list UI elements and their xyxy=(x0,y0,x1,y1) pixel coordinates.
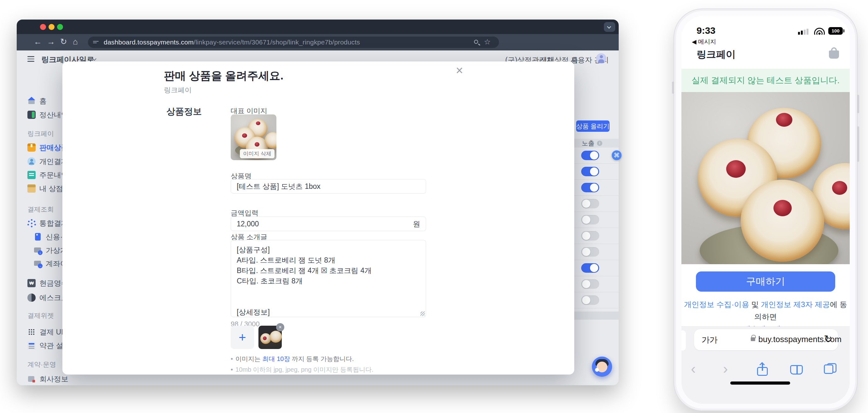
user-avatar[interactable] xyxy=(596,53,607,64)
close-window-button[interactable] xyxy=(40,24,46,30)
window-chevron-down-button[interactable] xyxy=(604,22,615,32)
exposure-toggle[interactable] xyxy=(581,247,599,257)
exposure-toggle-list xyxy=(574,148,619,308)
delete-image-button[interactable]: 이미지 삭제 xyxy=(240,149,275,158)
price-input[interactable]: 12,000 원 xyxy=(231,216,426,231)
exposure-toggle[interactable] xyxy=(581,215,599,225)
phone-page-title: 링크페이 xyxy=(696,48,736,61)
mute-switch xyxy=(672,82,674,94)
exposure-toggle[interactable] xyxy=(581,231,599,240)
previous-tab-peek xyxy=(681,330,686,351)
table-row xyxy=(574,276,619,292)
sidebar-item-my-store[interactable]: 내 상점 xyxy=(27,183,63,194)
volume-button xyxy=(857,126,859,162)
card-icon xyxy=(34,233,42,241)
toggle-knob xyxy=(590,183,598,192)
iphone-mockup: 9:33 ◀ 메시지 100 링크페이 실제 결제되지 않는 테스트 상품입니다… xyxy=(674,8,858,411)
escrow-icon xyxy=(27,294,36,302)
lock-icon xyxy=(751,337,755,341)
buy-button[interactable]: 구매하기 xyxy=(696,271,835,292)
exposure-toggle[interactable] xyxy=(581,199,599,208)
store-icon xyxy=(27,184,36,193)
sidebar: 홈 정산내역 링크페이 판매상품 개인결제창 주문내역 내 상점 결제조회 통합… xyxy=(17,67,65,385)
main-product-image[interactable]: 이미지 삭제 xyxy=(231,114,276,160)
currency-suffix: 원 xyxy=(413,219,420,229)
battery-icon: 100 xyxy=(828,27,843,35)
sidebar-section-contract-operation: 계약·운영 xyxy=(27,360,56,369)
help-chat-button[interactable] xyxy=(592,357,612,377)
product-photo xyxy=(681,92,850,264)
toggle-knob xyxy=(582,296,590,304)
payment-ui-icon xyxy=(27,328,36,336)
zoom-window-button[interactable] xyxy=(57,24,63,30)
address-bar[interactable]: dashboard.tosspayments.com/linkpay-servi… xyxy=(88,36,499,48)
table-row xyxy=(574,292,619,308)
integrated-payment-icon xyxy=(27,219,36,227)
exposure-toggle[interactable] xyxy=(581,279,599,289)
home-indicator[interactable] xyxy=(730,381,790,385)
url-text: dashboard.tosspayments.com/linkpay-servi… xyxy=(104,38,360,46)
tabs-icon[interactable] xyxy=(824,363,836,374)
site-info-icon[interactable] xyxy=(93,40,99,45)
sidebar-item-home[interactable]: 홈 xyxy=(27,96,46,106)
phone-screen: 9:33 ◀ 메시지 100 링크페이 실제 결제되지 않는 테스트 상품입니다… xyxy=(681,16,850,404)
remove-image-icon[interactable]: × xyxy=(276,323,284,331)
minimize-window-button[interactable] xyxy=(49,24,55,30)
description-textarea[interactable]: [상품구성] A타입. 스트로베리 잼 도넛 8개 B타입. 스트로베리 잼 4… xyxy=(231,240,426,317)
image-note-1: •이미지는 최대 10장 까지 등록 가능합니다. xyxy=(231,355,354,363)
toggle-knob xyxy=(582,216,590,224)
table-row xyxy=(574,180,619,196)
power-button xyxy=(857,95,859,113)
exposure-toggle[interactable] xyxy=(581,263,599,273)
forward-icon[interactable]: → xyxy=(47,37,55,47)
modal-title: 판매 상품을 올려주세요. xyxy=(164,68,283,83)
exposure-toggle[interactable] xyxy=(581,295,599,305)
wifi-icon xyxy=(814,27,825,35)
reload-icon[interactable]: ↻ xyxy=(60,37,67,47)
exposure-column-header: 노출 i xyxy=(574,139,619,148)
product-name-input[interactable] xyxy=(231,179,426,194)
company-info-icon xyxy=(27,375,36,383)
safari-url-bar[interactable]: 가가 buy.tosspayments.com ↻ xyxy=(694,329,838,350)
text-size-control[interactable]: 가가 xyxy=(702,334,717,346)
cash-receipt-icon xyxy=(27,279,36,287)
browser-toolbar: ← → ↻ ⌂ dashboard.tosspayments.com/linkp… xyxy=(17,34,619,51)
back-to-app-link[interactable]: ◀ 메시지 xyxy=(692,38,716,46)
extra-product-image[interactable]: × xyxy=(258,326,282,349)
add-image-button[interactable]: + xyxy=(231,326,254,349)
bookmark-star-icon[interactable]: ☆ xyxy=(484,37,491,46)
back-icon[interactable]: ← xyxy=(34,37,42,47)
exposure-toggle[interactable] xyxy=(581,183,599,192)
search-icon[interactable] xyxy=(474,40,478,44)
max-images-link[interactable]: 최대 10장 xyxy=(262,355,290,362)
sidebar-section-payment-widget: 결제위젯 xyxy=(27,311,54,320)
safari-forward-icon[interactable]: › xyxy=(723,361,728,376)
upload-product-button[interactable]: 상품 올리기 xyxy=(576,120,610,132)
modal-close-icon[interactable]: × xyxy=(456,64,463,77)
sidebar-item-company-info[interactable]: 회사정보 xyxy=(27,374,68,384)
bank-transfer-icon xyxy=(34,260,42,268)
toggle-knob xyxy=(590,168,598,176)
sidebar-section-payment-inquiry: 결제조회 xyxy=(27,205,54,214)
privacy-collection-link[interactable]: 개인정보 수집·이용 xyxy=(684,300,749,308)
product-box-icon xyxy=(27,143,36,152)
toggle-knob xyxy=(590,151,598,159)
browser-window: ← → ↻ ⌂ dashboard.tosspayments.com/linkp… xyxy=(17,20,619,385)
table-row xyxy=(574,228,619,244)
info-icon[interactable]: i xyxy=(597,141,602,146)
home-button-icon[interactable]: ⌂ xyxy=(73,37,78,47)
exposure-toggle[interactable] xyxy=(581,167,599,176)
third-party-link[interactable]: 개인정보 제3자 제공 xyxy=(761,300,830,308)
cellular-bars-icon xyxy=(798,28,811,35)
bookmarks-icon[interactable] xyxy=(790,365,803,375)
shopping-bag-icon[interactable] xyxy=(829,47,839,59)
modal-subtitle: 링크페이 xyxy=(164,85,192,95)
safari-back-icon[interactable]: ‹ xyxy=(691,361,695,376)
exposure-toggle[interactable] xyxy=(581,151,599,160)
home-icon xyxy=(27,97,36,105)
command-key-badge[interactable]: ⌘ xyxy=(612,150,622,160)
share-icon[interactable] xyxy=(757,363,768,376)
table-row xyxy=(574,212,619,228)
phone-reload-icon[interactable]: ↻ xyxy=(824,333,832,345)
hamburger-menu-icon[interactable] xyxy=(27,55,34,63)
